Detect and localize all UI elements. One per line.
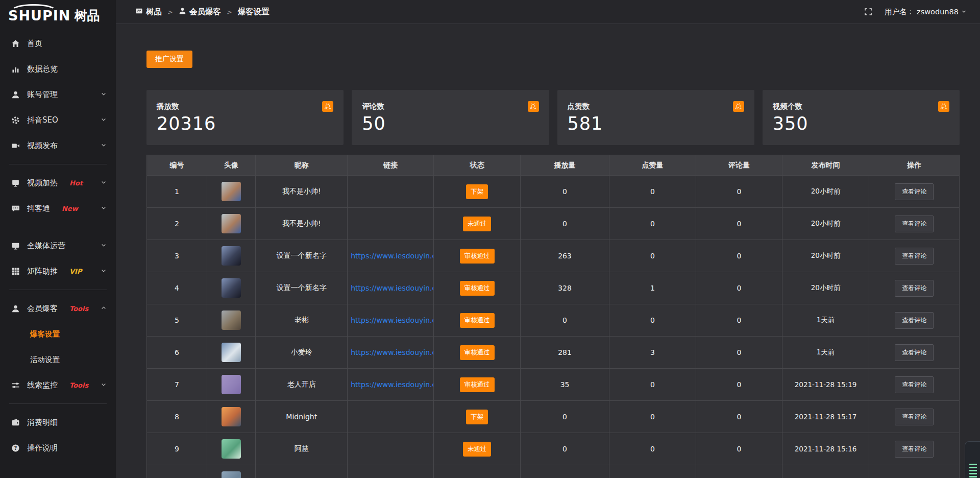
topbar-right: 用户名：zswodun88 <box>864 7 967 17</box>
status-badge: 未通过 <box>463 217 492 231</box>
promo-settings-button[interactable]: 推广设置 <box>146 51 192 68</box>
row-link[interactable]: https://www.iesdouyin.c <box>351 252 433 260</box>
row-time: 20小时前 <box>782 240 869 272</box>
meter-bar <box>969 464 977 465</box>
view-comments-button[interactable]: 查看评论 <box>895 216 934 232</box>
stat-value: 581 <box>568 113 744 134</box>
view-comments-button[interactable]: 查看评论 <box>895 312 934 329</box>
sidebar-item-clue-monitoring[interactable]: 线索监控Tools <box>0 372 116 398</box>
status-badge: 审核通过 <box>460 313 495 328</box>
total-badge: 总 <box>528 101 539 112</box>
chevron-down-icon <box>961 8 967 16</box>
table-row: 7 老人开店 https://www.iesdouyin.c 审核通过 35 0… <box>147 369 960 401</box>
table-row: 5 老彬 https://www.iesdouyin.c 审核通过 0 0 0 … <box>147 304 960 337</box>
sidebar-item-tag: Tools <box>69 305 88 313</box>
status-badge: 审核通过 <box>460 345 495 360</box>
row-likes: 1 <box>609 272 696 304</box>
meter-bar <box>969 473 977 474</box>
table-row: 1 我不是小帅! 下架 0 0 0 20小时前 查看评论 <box>147 176 960 208</box>
wallet-icon <box>11 418 20 427</box>
sidebar-divider <box>9 227 107 227</box>
sidebar-item-member-baoke[interactable]: 会员爆客Tools <box>0 296 116 321</box>
view-comments-button[interactable]: 查看评论 <box>895 344 934 361</box>
row-id: 1 <box>147 176 207 208</box>
video-camera-icon <box>11 141 20 150</box>
user-menu[interactable]: 用户名：zswodun88 <box>885 7 967 17</box>
sidebar-item-account-management[interactable]: 账号管理 <box>0 82 116 107</box>
row-likes: 0 <box>609 240 696 272</box>
table-row: 4 设置一个新名字 https://www.iesdouyin.c 审核通过 3… <box>147 272 960 304</box>
bar-chart-icon <box>11 65 20 74</box>
view-comments-button[interactable]: 查看评论 <box>895 376 934 393</box>
sidebar-item-home[interactable]: 首页 <box>0 31 116 56</box>
chevron-down-icon <box>101 178 107 187</box>
breadcrumb-item-shupin[interactable]: 树品 <box>135 7 162 17</box>
floating-widget[interactable] <box>965 441 980 478</box>
row-time: 20小时前 <box>782 272 869 304</box>
col-likes: 点赞量 <box>609 155 696 176</box>
row-nickname: Midnight <box>256 401 348 433</box>
sidebar-item-douyin-seo[interactable]: 抖音SEO <box>0 107 116 133</box>
row-comments: 0 <box>696 272 782 304</box>
sidebar-divider <box>9 290 107 290</box>
row-link[interactable]: https://www.iesdouyin.c <box>351 348 433 356</box>
row-time: 1天前 <box>782 337 869 369</box>
avatar <box>222 246 241 266</box>
sidebar-item-label: 抖音SEO <box>27 115 58 125</box>
row-time: 20小时前 <box>782 208 869 240</box>
row-nickname: 阿慧 <box>256 433 348 465</box>
view-comments-button[interactable]: 查看评论 <box>895 280 934 297</box>
sidebar-item-baoke-settings[interactable]: 爆客设置 <box>0 321 116 347</box>
stat-label: 评论数 <box>362 102 384 111</box>
breadcrumb: 树品 > 会员爆客 > 爆客设置 <box>135 7 270 17</box>
avatar <box>222 471 241 478</box>
screen-icon <box>135 7 143 17</box>
view-comments-button[interactable]: 查看评论 <box>895 441 934 458</box>
breadcrumb-item-baoke-settings: 爆客设置 <box>238 7 270 17</box>
total-badge: 总 <box>733 101 744 112</box>
meter-bar <box>969 476 977 477</box>
sidebar-item-label: 爆客设置 <box>30 329 60 339</box>
row-time: 2021-11-28 15:17 <box>782 401 869 433</box>
row-link[interactable]: https://www.iesdouyin.c <box>351 316 433 324</box>
sidebar-item-all-media-operation[interactable]: 全媒体运营 <box>0 233 116 258</box>
sidebar-item-douketong[interactable]: 抖客通New <box>0 196 116 221</box>
row-id: 3 <box>147 240 207 272</box>
sidebar-item-label: 会员爆客 <box>27 304 58 314</box>
chevron-down-icon <box>101 267 107 276</box>
row-id: 8 <box>147 401 207 433</box>
sidebar-item-label: 操作说明 <box>27 443 58 453</box>
col-avatar: 头像 <box>207 155 256 176</box>
row-plays: 0 <box>521 433 609 465</box>
sidebar-item-data-overview[interactable]: 数据总览 <box>0 56 116 82</box>
row-nickname <box>256 465 348 478</box>
chat-icon <box>11 204 20 213</box>
row-link[interactable]: https://www.iesdouyin.c <box>351 380 433 389</box>
row-time <box>782 465 869 478</box>
sidebar-item-activity-settings[interactable]: 活动设置 <box>0 347 116 372</box>
status-badge: 下架 <box>466 410 488 424</box>
sidebar-item-video-publish[interactable]: 视频发布 <box>0 133 116 158</box>
chevron-down-icon <box>101 115 107 125</box>
screen-icon <box>11 179 20 187</box>
row-plays: 328 <box>521 272 609 304</box>
fullscreen-icon[interactable] <box>864 8 872 16</box>
row-nickname: 我不是小帅! <box>256 176 348 208</box>
sidebar-item-operation-instructions[interactable]: ?操作说明 <box>0 435 116 461</box>
view-comments-button[interactable]: 查看评论 <box>895 183 934 200</box>
sidebar-item-label: 矩阵助推 <box>27 267 58 276</box>
sidebar-item-matrix-boost[interactable]: 矩阵助推VIP <box>0 258 116 284</box>
sidebar-divider <box>9 403 107 404</box>
sidebar-item-label: 视频加热 <box>27 178 58 188</box>
breadcrumb-item-member-baoke[interactable]: 会员爆客 <box>179 7 221 17</box>
row-id: 7 <box>147 369 207 401</box>
view-comments-button[interactable]: 查看评论 <box>895 409 934 425</box>
view-comments-button[interactable]: 查看评论 <box>895 248 934 265</box>
row-link[interactable]: https://www.iesdouyin.c <box>351 284 433 292</box>
col-id: 编号 <box>147 155 207 176</box>
sidebar-item-consumption-details[interactable]: 消费明细 <box>0 410 116 435</box>
avatar <box>222 214 241 233</box>
sidebar-item-video-heating[interactable]: 视频加热Hot <box>0 170 116 196</box>
sidebar-item-tag: New <box>62 205 78 212</box>
row-plays <box>521 465 609 478</box>
